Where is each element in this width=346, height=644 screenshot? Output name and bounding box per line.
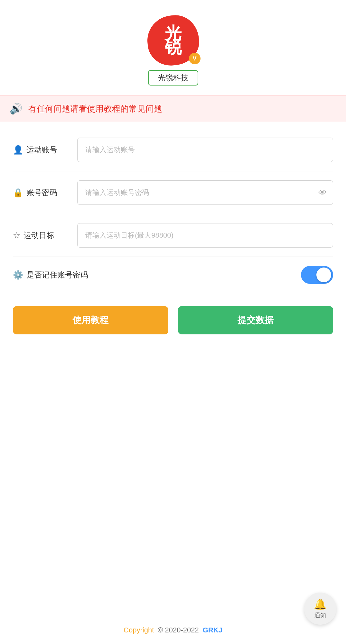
buttons-row: 使用教程 提交数据: [13, 293, 333, 341]
footer-copyright: Copyright: [124, 626, 154, 634]
footer: Copyright © 2020-2022 GRKJ: [0, 626, 346, 634]
goal-row: ☆ 运动目标: [13, 214, 333, 257]
notice-bar: 🔊 有任何问题请看使用教程的常见问题: [0, 95, 346, 122]
logo-text: 光 锐: [165, 25, 182, 56]
eye-icon[interactable]: 👁: [318, 188, 327, 198]
goal-label: ☆ 运动目标: [13, 230, 71, 240]
header-section: 光 锐 V 光锐科技: [0, 0, 346, 92]
account-row: 👤 运动账号: [13, 129, 333, 171]
gear-icon: ⚙️: [13, 270, 23, 280]
footer-year: © 2020-2022: [158, 626, 199, 634]
person-icon: 👤: [13, 145, 23, 155]
remember-toggle[interactable]: [301, 266, 333, 284]
notice-text: 有任何问题请看使用教程的常见问题: [28, 103, 162, 114]
goal-input[interactable]: [77, 223, 333, 248]
submit-button[interactable]: 提交数据: [178, 306, 333, 334]
remember-label: ⚙️ 是否记住账号密码: [13, 270, 88, 280]
speaker-icon: 🔊: [10, 103, 23, 115]
app-name-badge: 光锐科技: [148, 70, 198, 86]
password-wrapper: 👁: [77, 180, 333, 205]
remember-row: ⚙️ 是否记住账号密码: [13, 257, 333, 293]
logo-container: 光 锐 V: [144, 13, 202, 68]
notification-fab[interactable]: 🔔 通知: [304, 593, 336, 625]
toggle-thumb: [316, 268, 331, 282]
form-section: 👤 运动账号 🔒 账号密码 👁 ☆ 运动目标 ⚙️ 是否记住账号密码: [0, 122, 346, 347]
account-label: 👤 运动账号: [13, 145, 71, 155]
password-label: 🔒 账号密码: [13, 187, 71, 198]
notification-label: 通知: [314, 612, 326, 619]
star-icon: ☆: [13, 231, 20, 240]
password-row: 🔒 账号密码 👁: [13, 171, 333, 214]
password-input[interactable]: [77, 180, 333, 205]
account-input[interactable]: [77, 138, 333, 162]
footer-brand[interactable]: GRKJ: [203, 626, 222, 634]
logo-char2: 锐: [165, 39, 182, 56]
bell-icon: 🔔: [314, 598, 327, 610]
version-badge: V: [189, 53, 201, 64]
tutorial-button[interactable]: 使用教程: [13, 306, 168, 334]
lock-icon: 🔒: [13, 188, 23, 198]
